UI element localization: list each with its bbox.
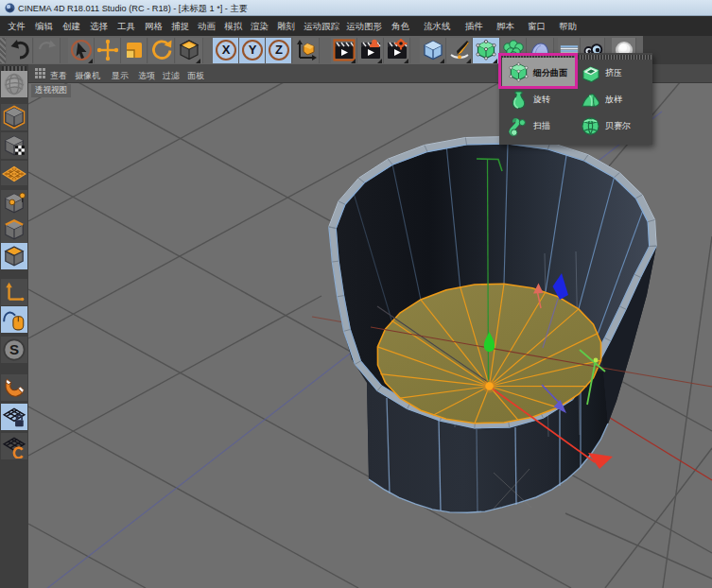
- svg-text:S: S: [9, 341, 19, 357]
- svg-text:X: X: [222, 43, 231, 57]
- svg-text:Z: Z: [275, 43, 283, 57]
- svg-text:Y: Y: [249, 43, 257, 57]
